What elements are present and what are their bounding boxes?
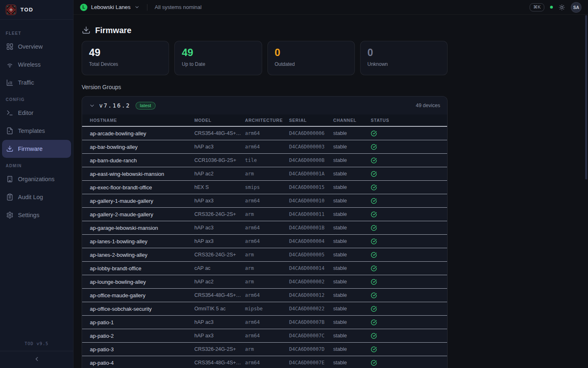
- sidebar-item-overview[interactable]: Overview: [2, 38, 71, 56]
- check-circle-icon: [371, 157, 377, 164]
- architecture-cell: mipsbe: [245, 306, 289, 312]
- theme-toggle-button[interactable]: [559, 4, 565, 11]
- check-circle-icon: [371, 265, 377, 272]
- table-row[interactable]: ap-lobby-brandt-office cAP ac arm D4CA6D…: [82, 262, 447, 275]
- gear-icon: [6, 211, 13, 219]
- table-row[interactable]: ap-patio-3 CRS326-24G-2S+ arm D4CA6D0000…: [82, 343, 447, 356]
- system-status: All systems nominal: [155, 4, 202, 10]
- download-icon: [82, 26, 91, 35]
- sidebar-item-editor[interactable]: Editor: [2, 104, 71, 122]
- table-row[interactable]: ap-gallery-1-maude-gallery hAP ax3 arm64…: [82, 194, 447, 208]
- check-circle-icon: [371, 225, 377, 231]
- table-row[interactable]: ap-east-wing-lebowski-mansion hAP ac2 ar…: [82, 167, 447, 181]
- column-header-model[interactable]: Model: [194, 118, 245, 123]
- version-group-panel: v7.16.2 latest 49 devices Hostname Model…: [82, 96, 448, 368]
- connection-status-dot: [550, 6, 553, 9]
- serial-cell: D4CA6D00001A: [289, 171, 333, 177]
- channel-cell: stable: [333, 319, 371, 325]
- table-row[interactable]: ap-lounge-bowling-alley hAP ac2 arm D4CA…: [82, 275, 447, 289]
- table-row[interactable]: ap-patio-2 hAP ax3 arm64 D4CA6D00007C st…: [82, 329, 447, 343]
- org-switcher[interactable]: L Lebowski Lanes: [80, 4, 140, 11]
- sidebar-item-settings[interactable]: Settings: [2, 206, 71, 224]
- table-row[interactable]: ap-arcade-bowling-alley CRS354-48G-4S+… …: [82, 127, 447, 140]
- status-cell: [371, 346, 447, 352]
- sidebar-item-templates[interactable]: Templates: [2, 122, 71, 140]
- sidebar: TOD FLEET Overview Wireless Traffic CONF…: [0, 0, 74, 368]
- column-header-status[interactable]: Status: [371, 118, 447, 123]
- stat-value: 49: [89, 47, 162, 58]
- channel-cell: stable: [333, 198, 371, 204]
- status-cell: [371, 225, 447, 231]
- clipboard-icon: [6, 193, 13, 201]
- hostname-cell: ap-arcade-bowling-alley: [90, 130, 194, 137]
- brand-name: TOD: [20, 7, 33, 13]
- serial-cell: D4CA6D000012: [289, 292, 333, 298]
- check-circle-icon: [371, 360, 377, 366]
- channel-cell: stable: [333, 130, 371, 136]
- sidebar-item-audit-log[interactable]: Audit Log: [2, 188, 71, 206]
- sidebar-item-label: Organizations: [18, 176, 54, 182]
- file-icon: [6, 127, 13, 135]
- column-header-hostname[interactable]: Hostname: [90, 118, 194, 123]
- hostname-cell: ap-bar-bowling-alley: [90, 144, 194, 150]
- channel-cell: stable: [333, 157, 371, 163]
- table-row[interactable]: ap-lanes-1-bowling-alley hAP ax3 arm64 D…: [82, 235, 447, 248]
- table-row[interactable]: ap-office-sobchak-security OmniTIK 5 ac …: [82, 302, 447, 316]
- version-group-header[interactable]: v7.16.2 latest 49 devices: [82, 96, 447, 114]
- chevron-down-icon: [89, 103, 95, 109]
- serial-cell: D4CA6D000011: [289, 211, 333, 217]
- stat-card-total-devices: 49 Total Devices: [82, 41, 169, 75]
- serial-cell: D4CA6D000015: [289, 184, 333, 190]
- serial-cell: D4CA6D000002: [289, 279, 333, 285]
- sidebar-item-firmware[interactable]: Firmware: [2, 140, 71, 158]
- table-row[interactable]: ap-patio-1 hAP ac3 arm64 D4CA6D00007B st…: [82, 316, 447, 329]
- hostname-cell: ap-office-maude-gallery: [90, 292, 194, 298]
- serial-cell: D4CA6D00007C: [289, 333, 333, 339]
- user-avatar[interactable]: SA: [571, 2, 581, 13]
- table-body: ap-arcade-bowling-alley CRS354-48G-4S+… …: [82, 127, 447, 368]
- sidebar-collapse-button[interactable]: [0, 351, 73, 366]
- model-cell: CRS326-24G-2S+: [194, 211, 245, 217]
- check-circle-icon: [371, 319, 377, 325]
- sidebar-item-wireless[interactable]: Wireless: [2, 56, 71, 74]
- table-row[interactable]: ap-barn-dude-ranch CCR1036-8G-2S+ tile D…: [82, 154, 447, 167]
- table-row[interactable]: ap-bar-bowling-alley hAP ac3 arm64 D4CA6…: [82, 140, 447, 154]
- sun-icon: [559, 4, 565, 11]
- check-circle-icon: [371, 184, 377, 191]
- command-palette-shortcut[interactable]: ⌘K: [530, 3, 544, 11]
- channel-cell: stable: [333, 279, 371, 285]
- status-cell: [371, 238, 447, 245]
- stat-value: 49: [182, 47, 254, 58]
- architecture-cell: arm64: [245, 360, 289, 366]
- status-cell: [371, 292, 447, 298]
- sidebar-item-label: Audit Log: [18, 194, 43, 200]
- architecture-cell: smips: [245, 184, 289, 190]
- serial-cell: D4CA6D000014: [289, 265, 333, 271]
- sidebar-item-organizations[interactable]: Organizations: [2, 170, 71, 188]
- channel-cell: stable: [333, 225, 371, 231]
- column-header-channel[interactable]: Channel: [333, 118, 371, 123]
- serial-cell: D4CA6D00007E: [289, 360, 333, 366]
- column-header-architecture[interactable]: Architecture: [245, 118, 289, 123]
- sidebar-item-label: Settings: [18, 212, 39, 218]
- device-count: 49 devices: [416, 103, 440, 108]
- column-header-serial[interactable]: Serial: [289, 118, 333, 123]
- sidebar-item-traffic[interactable]: Traffic: [2, 74, 71, 92]
- topbar-divider: [147, 4, 147, 11]
- architecture-cell: arm64: [245, 238, 289, 244]
- stat-label: Up to Date: [182, 61, 254, 67]
- table-row[interactable]: ap-garage-lebowski-mansion hAP ac3 arm64…: [82, 221, 447, 235]
- stat-cards: 49 Total Devices 49 Up to Date 0 Outdate…: [82, 41, 448, 75]
- sidebar-item-label: Wireless: [18, 61, 41, 68]
- vertical-scrollbar[interactable]: [585, 15, 587, 180]
- table-row[interactable]: ap-office-maude-gallery CRS354-48G-4S+… …: [82, 289, 447, 302]
- model-cell: hAP ac3: [194, 225, 245, 231]
- table-row[interactable]: ap-lanes-2-bowling-alley CRS326-24G-2S+ …: [82, 248, 447, 262]
- hostname-cell: ap-barn-dude-ranch: [90, 157, 194, 164]
- table-row[interactable]: ap-exec-floor-brandt-office hEX S smips …: [82, 181, 447, 194]
- table-row[interactable]: ap-gallery-2-maude-gallery CRS326-24G-2S…: [82, 208, 447, 221]
- status-cell: [371, 171, 447, 177]
- table-row[interactable]: ap-patio-4 CRS354-48G-4S+… arm64 D4CA6D0…: [82, 356, 447, 368]
- hostname-cell: ap-lanes-1-bowling-alley: [90, 238, 194, 245]
- architecture-cell: arm: [245, 252, 289, 258]
